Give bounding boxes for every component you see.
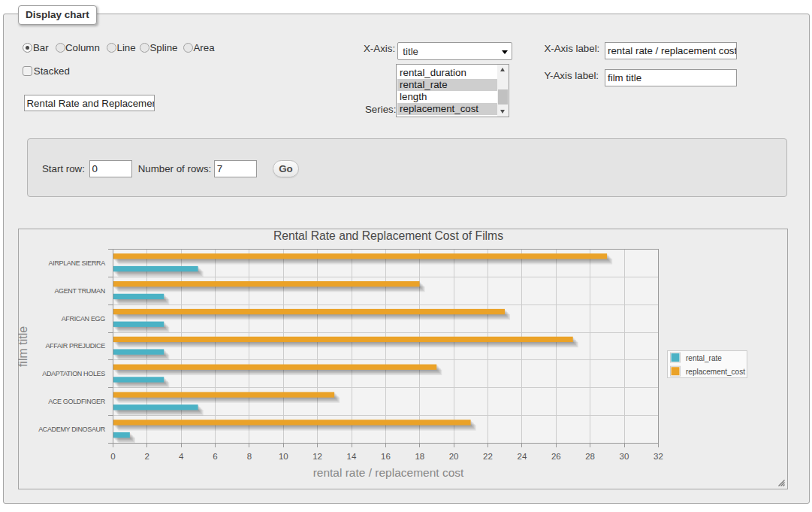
svg-text:film title: film title [18, 326, 29, 367]
svg-text:ADAPTATION HOLES: ADAPTATION HOLES [42, 370, 105, 377]
svg-text:32: 32 [654, 452, 663, 461]
svg-text:14: 14 [347, 452, 357, 461]
svg-text:26: 26 [551, 452, 561, 461]
svg-text:6: 6 [213, 452, 217, 461]
svg-text:30: 30 [620, 452, 629, 461]
svg-text:8: 8 [247, 452, 252, 461]
svg-text:22: 22 [483, 452, 493, 461]
svg-text:16: 16 [381, 452, 391, 461]
svg-text:ACADEMY DINOSAUR: ACADEMY DINOSAUR [38, 426, 106, 433]
svg-text:Rental Rate and Replacement Co: Rental Rate and Replacement Cost of Film… [273, 229, 503, 242]
svg-text:AFRICAN EGG: AFRICAN EGG [62, 315, 106, 323]
svg-text:4: 4 [179, 452, 184, 461]
svg-text:rental_rate: rental_rate [686, 354, 722, 362]
svg-text:AGENT TRUMAN: AGENT TRUMAN [54, 287, 104, 295]
svg-text:AFFAIR PREJUDICE: AFFAIR PREJUDICE [45, 342, 105, 350]
svg-text:ACE GOLDFINGER: ACE GOLDFINGER [48, 398, 105, 405]
svg-text:10: 10 [279, 452, 288, 461]
svg-text:12: 12 [312, 452, 322, 461]
svg-text:2: 2 [145, 452, 149, 461]
svg-text:0: 0 [110, 452, 115, 461]
svg-text:18: 18 [415, 452, 424, 461]
svg-text:replacement_cost: replacement_cost [686, 368, 745, 376]
svg-text:24: 24 [518, 452, 527, 461]
svg-text:28: 28 [585, 452, 595, 461]
svg-text:AIRPLANE SIERRA: AIRPLANE SIERRA [49, 259, 106, 267]
svg-text:rental rate / replacement cost: rental rate / replacement cost [313, 466, 464, 479]
svg-text:20: 20 [449, 452, 459, 461]
